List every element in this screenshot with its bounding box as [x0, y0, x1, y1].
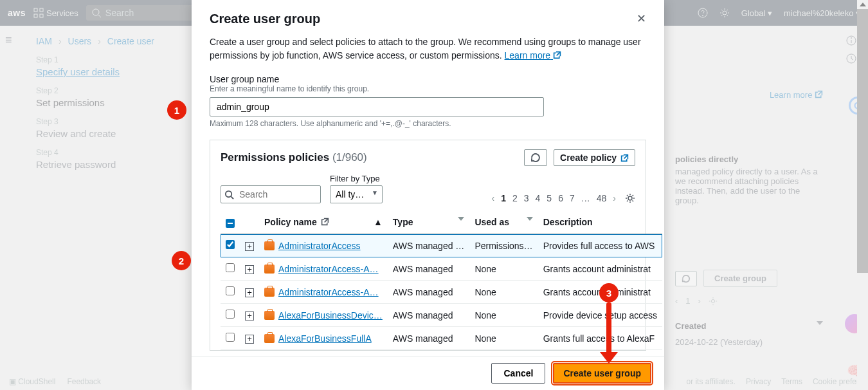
- expand-icon[interactable]: +: [245, 242, 254, 251]
- policy-used-as: None: [469, 281, 538, 304]
- row-checkbox[interactable]: [226, 333, 235, 342]
- create-user-group-button[interactable]: Create user group: [553, 363, 651, 384]
- policy-icon: [264, 311, 275, 320]
- group-name-input[interactable]: [210, 97, 544, 116]
- policies-panel: Permissions policies (1/960) Create poli…: [210, 140, 646, 351]
- policy-name-link[interactable]: AlexaForBusinessFullA: [278, 333, 372, 344]
- select-all-checkbox[interactable]: [226, 219, 235, 228]
- policy-icon: [264, 265, 275, 274]
- policy-icon: [264, 288, 275, 297]
- policy-description: Provides full access to AWS: [538, 234, 662, 257]
- page-prev[interactable]: ‹: [492, 193, 495, 203]
- policy-description: Grants account administrat: [538, 257, 662, 281]
- page-5[interactable]: 5: [547, 193, 552, 203]
- policy-type: AWS managed: [388, 327, 470, 350]
- policy-used-as: None: [469, 327, 538, 350]
- annotation-1: 1: [167, 100, 186, 120]
- table-row: +AlexaForBusinessDevic…AWS managedNonePr…: [221, 304, 662, 327]
- policy-used-as: Permissions…: [469, 234, 538, 257]
- svg-point-15: [226, 191, 231, 197]
- cancel-button[interactable]: Cancel: [491, 363, 545, 384]
- learn-more-link[interactable]: Learn more: [505, 50, 561, 60]
- row-checkbox[interactable]: [226, 286, 235, 295]
- table-settings-icon[interactable]: [625, 193, 635, 203]
- refresh-button[interactable]: [524, 149, 547, 166]
- row-checkbox[interactable]: [226, 240, 235, 249]
- table-row: +AlexaForBusinessFullAAWS managedNoneGra…: [221, 327, 662, 350]
- page-4[interactable]: 4: [536, 193, 541, 203]
- col-policy-name[interactable]: Policy name ▲: [259, 210, 388, 234]
- refresh-icon: [530, 153, 541, 163]
- policy-name-link[interactable]: AlexaForBusinessDevic…: [278, 310, 383, 320]
- vertical-scrollbar[interactable]: [857, 0, 868, 390]
- annotation-3: 3: [599, 283, 619, 302]
- table-row: +AdministratorAccess-A…AWS managedNoneGr…: [221, 257, 662, 281]
- policy-name-link[interactable]: AdministratorAccess-A…: [278, 287, 379, 297]
- expand-icon[interactable]: +: [245, 311, 254, 320]
- page-2[interactable]: 2: [512, 193, 518, 203]
- create-user-group-modal: Create user group ✕ Create a user group …: [192, 0, 664, 390]
- annotation-2: 2: [172, 251, 191, 270]
- create-policy-button[interactable]: Create policy: [554, 149, 635, 166]
- col-used-as[interactable]: Used as: [469, 210, 538, 234]
- policy-search-input[interactable]: [221, 185, 321, 203]
- svg-line-16: [231, 196, 233, 199]
- policy-name-link[interactable]: AdministratorAccess: [278, 241, 361, 251]
- policy-icon: [264, 241, 275, 250]
- expand-icon[interactable]: +: [245, 288, 254, 297]
- modal-title: Create user group: [210, 12, 320, 26]
- page-6[interactable]: 6: [558, 193, 563, 203]
- row-checkbox[interactable]: [226, 263, 235, 272]
- expand-icon[interactable]: +: [245, 265, 254, 274]
- close-icon[interactable]: ✕: [637, 12, 646, 26]
- search-icon: [224, 190, 234, 200]
- page-48[interactable]: 48: [597, 193, 607, 203]
- policy-name-link[interactable]: AdministratorAccess-A…: [278, 264, 379, 274]
- page-7[interactable]: 7: [570, 193, 575, 203]
- policy-used-as: None: [469, 257, 538, 281]
- expand-icon[interactable]: +: [245, 335, 254, 344]
- policy-type: AWS managed: [388, 304, 470, 327]
- policy-type: AWS managed: [388, 257, 470, 281]
- policy-icon: [264, 334, 275, 343]
- col-description: Description: [538, 210, 662, 234]
- table-row: +AdministratorAccess-A…AWS managedNoneGr…: [221, 281, 662, 304]
- row-checkbox[interactable]: [226, 310, 235, 319]
- modal-intro: Create a user group and select policies …: [210, 35, 646, 62]
- col-type[interactable]: Type: [388, 210, 470, 234]
- policy-type: AWS managed …: [388, 234, 470, 257]
- policy-used-as: None: [469, 304, 538, 327]
- pagination: ‹ 1 2 3 4 5 6 7 … 48 ›: [492, 193, 636, 203]
- annotation-arrow: [600, 302, 618, 364]
- type-filter-select[interactable]: All ty…: [330, 185, 383, 203]
- svg-point-17: [628, 196, 632, 200]
- policy-type: AWS managed: [388, 281, 470, 304]
- page-next[interactable]: ›: [613, 193, 616, 203]
- page-1[interactable]: 1: [501, 193, 506, 203]
- group-name-label: User group name: [210, 74, 646, 84]
- policies-table: Policy name ▲ Type Used as Description +…: [221, 210, 662, 350]
- policies-heading: Permissions policies (1/960): [221, 151, 367, 164]
- table-row: +AdministratorAccessAWS managed …Permiss…: [221, 234, 662, 257]
- page-3[interactable]: 3: [524, 193, 529, 203]
